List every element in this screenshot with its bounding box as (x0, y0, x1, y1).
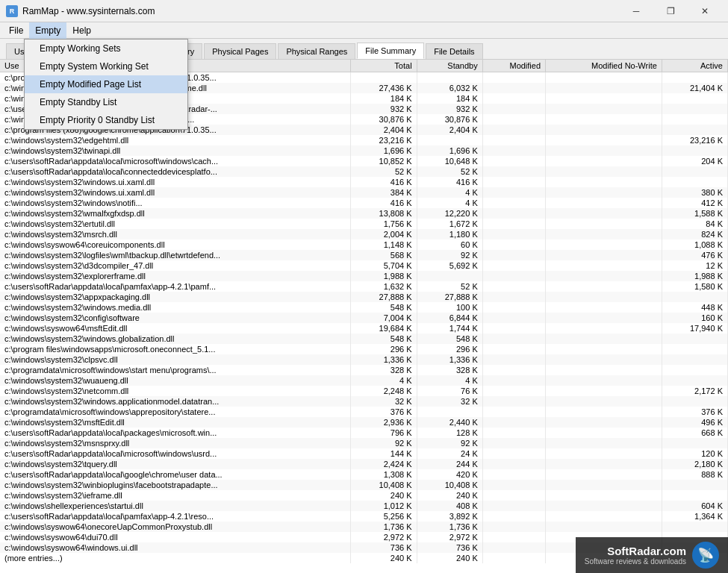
table-row[interactable]: c:\windows\system32\twinapi.dll1,696 K1,… (0, 145, 728, 156)
table-row[interactable]: c:\windows\system32\logfiles\wml\tbackup… (0, 250, 728, 260)
table-row[interactable]: c:\windows\shellexperiences\startui.dll1… (0, 501, 728, 511)
cell-value (482, 334, 545, 344)
cell-value: 668 K (662, 428, 727, 438)
tab-physical-pages[interactable]: Physical Pages (204, 43, 276, 59)
cell-value (546, 469, 662, 480)
table-row[interactable]: c:\windows\system32\windows.globalizatio… (0, 334, 728, 344)
cell-value (482, 365, 545, 375)
cell-value: 27,888 K (351, 292, 417, 302)
table-row[interactable]: c:\windows\syswow64\msftEdit.dll19,684 K… (0, 323, 728, 334)
table-row[interactable]: c:\windows\system32\explorerframe.dll1,9… (0, 271, 728, 281)
cell-value: 1,736 K (417, 522, 482, 532)
table-row[interactable]: c:\windows\system32\windows.ui.xaml.dll4… (0, 177, 728, 187)
cell-value: 2,004 K (351, 229, 417, 239)
table-row[interactable]: c:\programdata\microsoft\windows\apprepo… (0, 407, 728, 417)
cell-value: 1,744 K (417, 323, 482, 334)
cell-value: 2,440 K (417, 417, 482, 428)
cell-value (482, 490, 545, 501)
menu-empty[interactable]: Empty (29, 22, 66, 39)
table-row[interactable]: c:\windows\system32\edgehtml.dll23,216 K… (0, 135, 728, 145)
cell-value (482, 145, 545, 156)
table-row[interactable]: c:\windows\system32\windows\notifi...416… (0, 198, 728, 208)
cell-value: 10,408 K (351, 480, 417, 490)
table-row[interactable]: c:\windows\system32\ertutil.dll1,756 K1,… (0, 219, 728, 229)
cell-value: 376 K (662, 407, 727, 417)
cell-filename: c:\programdata\microsoft\windows\apprepo… (0, 407, 351, 417)
dropdown-item-empty-working-sets[interactable]: Empty Working Sets (25, 40, 187, 57)
table-row[interactable]: c:\windows\system32\appxpackaging.dll27,… (0, 292, 728, 302)
table-row[interactable]: c:\windows\system32\tquery.dll2,424 K244… (0, 459, 728, 469)
cell-value (546, 271, 662, 281)
cell-value: 1,632 K (351, 281, 417, 292)
table-row[interactable]: c:\windows\system32\windows.media.dll548… (0, 302, 728, 313)
dropdown-item-empty-modified-page-list[interactable]: Empty Modified Page List (25, 75, 187, 93)
cell-value (546, 156, 662, 166)
cell-value (546, 104, 662, 114)
cell-value (482, 302, 545, 313)
cell-value (482, 354, 545, 365)
cell-value (546, 72, 662, 84)
cell-value (482, 396, 545, 407)
table-row[interactable]: c:\windows\system32\ieframe.dll240 K240 … (0, 490, 728, 501)
table-row[interactable]: c:\programdata\microsoft\windows\start m… (0, 365, 728, 375)
table-row[interactable]: c:\windows\system32\windows.applicationm… (0, 396, 728, 407)
cell-value: 10,408 K (417, 480, 482, 490)
table-row[interactable]: c:\users\softRadar\appdata\local\microso… (0, 156, 728, 166)
cell-value: 796 K (351, 428, 417, 438)
table-row[interactable]: c:\windows\system32\netcomm.dll2,248 K76… (0, 386, 728, 396)
table-row[interactable]: c:\users\softRadar\appdata\local\microso… (0, 448, 728, 459)
table-row[interactable]: c:\windows\syswow64\coreuicomponents.dll… (0, 239, 728, 250)
table-row[interactable]: c:\windows\system32\msnsprxy.dll92 K92 K (0, 438, 728, 448)
table-row[interactable]: c:\users\softRadar\appdata\local\package… (0, 428, 728, 438)
close-button[interactable]: ✕ (688, 0, 722, 22)
cell-value: 416 K (351, 198, 417, 208)
menu-help[interactable]: Help (66, 22, 97, 39)
cell-value (662, 292, 727, 302)
cell-value: 416 K (417, 177, 482, 187)
table-row[interactable]: c:\windows\system32\windows.ui.xaml.dll3… (0, 187, 728, 198)
tab-file-summary[interactable]: File Summary (357, 43, 424, 59)
table-row[interactable]: c:\windows\syswow64\onecoreUapCommonProx… (0, 522, 728, 532)
cell-value: 24 K (417, 448, 482, 459)
dropdown-item-empty-standby-list[interactable]: Empty Standby List (25, 93, 187, 111)
table-row[interactable]: c:\windows\system32\wuaueng.dll4 K4 K (0, 375, 728, 386)
minimize-button[interactable]: ─ (619, 0, 653, 22)
table-row[interactable]: c:\windows\system32\config\software7,004… (0, 313, 728, 323)
dropdown-item-empty-priority-0-standby-list[interactable]: Empty Priority 0 Standby List (25, 111, 187, 129)
table-row[interactable]: c:\users\softRadar\appdata\local\connect… (0, 166, 728, 177)
table-row[interactable]: c:\windows\system32\wmalfxgfxdsp.dll13,8… (0, 208, 728, 219)
table-row[interactable]: c:\program files\windowsapps\microsoft.o… (0, 344, 728, 354)
menu-file[interactable]: File (3, 22, 29, 39)
cell-value (546, 396, 662, 407)
cell-filename: c:\windows\system32\logfiles\wml\tbackup… (0, 250, 351, 260)
cell-filename: c:\windows\system32\msnsprxy.dll (0, 438, 351, 448)
cell-filename: (more entries...) (0, 553, 351, 563)
restore-button[interactable]: ❐ (653, 0, 688, 22)
table-row[interactable]: c:\users\softRadar\appdata\local\pamfax\… (0, 511, 728, 522)
cell-value (482, 135, 545, 145)
cell-value (482, 239, 545, 250)
cell-filename: c:\program files\windowsapps\microsoft.o… (0, 344, 351, 354)
cell-value (482, 522, 545, 532)
table-row[interactable]: c:\windows\system32\msftEdit.dll2,936 K2… (0, 417, 728, 428)
cell-value: 12,220 K (417, 208, 482, 219)
table-row[interactable]: c:\users\softRadar\appdata\local\google\… (0, 469, 728, 480)
cell-value: 548 K (351, 302, 417, 313)
tab-physical-ranges[interactable]: Physical Ranges (278, 43, 355, 59)
cell-value (546, 229, 662, 239)
table-row[interactable]: c:\users\softRadar\appdata\local\pamfax\… (0, 281, 728, 292)
dropdown-item-empty-system-working-set[interactable]: Empty System Working Set (25, 57, 187, 75)
table-row[interactable]: c:\windows\system32\d3dcompiler_47.dll5,… (0, 260, 728, 271)
cell-value (546, 177, 662, 187)
table-scroll[interactable]: Use Total Standby Modified Modified No-W… (0, 60, 728, 573)
cell-value: 420 K (417, 469, 482, 480)
cell-value: 92 K (417, 250, 482, 260)
cell-value: 7,004 K (351, 313, 417, 323)
table-row[interactable]: c:\windows\system32\clpsvc.dll1,336 K1,3… (0, 354, 728, 365)
tab-file-details[interactable]: File Details (426, 43, 482, 59)
cell-filename: c:\users\softRadar\appdata\local\package… (0, 428, 351, 438)
cell-filename: c:\windows\system32\tquery.dll (0, 459, 351, 469)
table-row[interactable]: c:\windows\system32\winbioplugins\facebo… (0, 480, 728, 490)
cell-value (546, 417, 662, 428)
table-row[interactable]: c:\windows\system32\msrch.dll2,004 K1,18… (0, 229, 728, 239)
